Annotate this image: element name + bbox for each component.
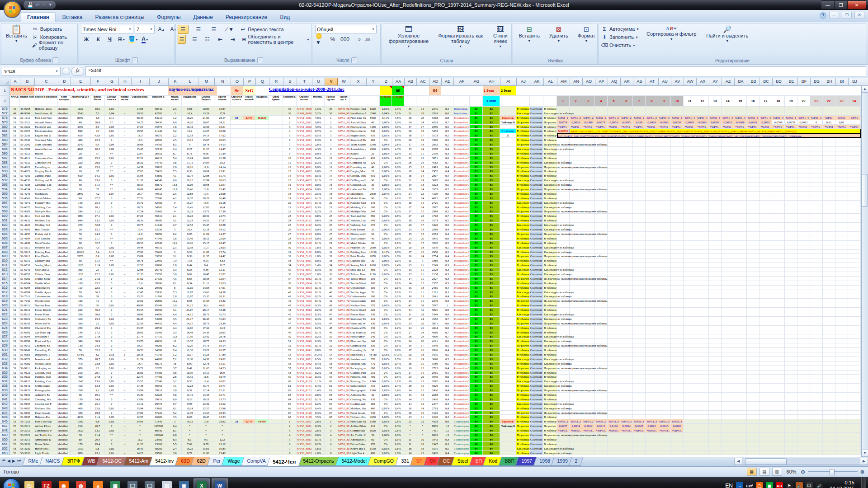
cell[interactable] xyxy=(785,138,797,142)
cell[interactable]: 83 xyxy=(483,205,500,210)
cell[interactable] xyxy=(760,214,772,218)
cell[interactable]: 5 xyxy=(283,133,297,138)
cell[interactable]: 83 xyxy=(470,330,483,335)
cell[interactable] xyxy=(747,201,760,205)
cell[interactable] xyxy=(823,254,835,258)
cell[interactable] xyxy=(658,411,671,415)
cell[interactable]: 0% xyxy=(380,326,392,330)
cell[interactable]: Welding, Sol xyxy=(350,223,366,227)
cell[interactable]: 69780 xyxy=(149,308,168,312)
cell[interactable] xyxy=(557,196,570,201)
cell[interactable] xyxy=(255,156,269,160)
cell[interactable] xyxy=(810,388,823,393)
cell[interactable] xyxy=(823,388,835,393)
cell[interactable] xyxy=(785,366,797,371)
cell[interactable]: 36,3 xyxy=(90,290,105,295)
cell[interactable] xyxy=(709,151,722,156)
cell[interactable]: Electrical and xyxy=(34,125,58,129)
cell[interactable]: 83 xyxy=(470,343,483,348)
cell[interactable]: 170 xyxy=(71,442,90,446)
cell[interactable]: 2583 xyxy=(429,232,441,236)
cell[interactable]: 0,1% xyxy=(312,241,325,245)
cell[interactable] xyxy=(835,205,848,210)
cell[interactable]: 0,5 xyxy=(441,187,453,192)
cell[interactable] xyxy=(785,245,797,250)
cell[interactable]: В таблице 8 xyxy=(516,303,530,308)
table-row[interactable]: 5875151-4011Computer-Condetailed42025,20… xyxy=(0,156,868,160)
cell[interactable] xyxy=(570,384,582,388)
cell[interactable]: Extruding an xyxy=(350,165,366,169)
cell[interactable]: 17,61 xyxy=(214,286,231,290)
cell[interactable]: 12,94 xyxy=(214,277,231,281)
cell[interactable] xyxy=(848,339,861,343)
cell[interactable] xyxy=(709,375,722,379)
cell[interactable] xyxy=(760,419,772,424)
cell[interactable]: detailed xyxy=(58,290,71,295)
cell[interactable]: 0,6% xyxy=(392,218,404,223)
table-row[interactable]: 6325151-9071Jewelers anddetailed57018,70… xyxy=(0,357,868,361)
cell[interactable] xyxy=(772,366,785,371)
cell[interactable] xyxy=(722,343,734,348)
cell[interactable] xyxy=(570,263,582,267)
cell[interactable]: 0,4% xyxy=(392,317,404,321)
cell[interactable] xyxy=(747,169,760,174)
cell[interactable]: 16 xyxy=(416,446,429,451)
cell[interactable]: 19,8 xyxy=(90,411,105,415)
cell[interactable] xyxy=(709,442,722,446)
cell[interactable]: – xyxy=(118,245,131,250)
cell[interactable] xyxy=(848,227,861,232)
row-number[interactable]: 2 xyxy=(0,96,10,107)
cell[interactable] xyxy=(671,375,684,379)
cell[interactable]: 43 xyxy=(325,303,337,308)
cell[interactable] xyxy=(620,308,633,312)
cell[interactable]: 83 xyxy=(483,263,500,267)
header-cell[interactable]: Офис Админ xyxy=(269,96,283,107)
cell[interactable]: 1,4% xyxy=(243,116,255,120)
cell[interactable] xyxy=(848,165,861,169)
cell[interactable] xyxy=(835,209,848,214)
table-row[interactable]: 6085151-5112Printing Presdetailed101205,… xyxy=(0,250,868,254)
cell[interactable] xyxy=(595,330,608,335)
cell[interactable] xyxy=(797,375,810,379)
cell[interactable]: 82 xyxy=(483,111,500,116)
cell[interactable] xyxy=(684,312,696,317)
cell[interactable] xyxy=(709,451,722,455)
cell[interactable]: detailed xyxy=(58,303,71,308)
cell[interactable]: В таблице xyxy=(543,169,557,174)
cell[interactable] xyxy=(785,312,797,317)
cell[interactable] xyxy=(633,388,646,393)
cell[interactable]: *SrP53_ xyxy=(570,428,582,433)
cell[interactable]: 0,01% xyxy=(380,303,392,308)
cell[interactable] xyxy=(684,402,696,406)
cell[interactable] xyxy=(835,361,848,366)
cell[interactable]: Production C xyxy=(453,160,470,165)
cell[interactable]: 28 xyxy=(404,334,416,339)
cell[interactable]: detailed xyxy=(58,361,71,366)
cell[interactable] xyxy=(747,371,760,375)
cell[interactable] xyxy=(823,138,835,142)
cell[interactable]: 83 xyxy=(483,393,500,397)
cell[interactable] xyxy=(658,187,671,192)
cell[interactable]: 16 xyxy=(416,218,429,223)
cell[interactable]: 25930 xyxy=(149,290,168,295)
cell[interactable]: 14,22 xyxy=(198,218,214,223)
cell[interactable] xyxy=(823,174,835,178)
cell[interactable]: *SrP51_ xyxy=(633,125,646,129)
cell[interactable]: 13 xyxy=(416,379,429,384)
cell[interactable] xyxy=(255,111,269,116)
cell[interactable] xyxy=(848,451,861,455)
cell[interactable]: 9,02 xyxy=(182,272,198,277)
cell[interactable]: 0,00% xyxy=(380,169,392,174)
cell[interactable]: 29,4 xyxy=(90,326,105,330)
cell[interactable] xyxy=(722,232,734,236)
cell[interactable] xyxy=(835,107,848,111)
cell[interactable]: Соотнош xyxy=(530,446,543,451)
cell[interactable]: – xyxy=(118,290,131,295)
cell[interactable] xyxy=(671,258,684,263)
cell[interactable]: 6 xyxy=(168,286,182,290)
cell[interactable]: В таблице 8 xyxy=(516,116,530,120)
cell[interactable]: 0,3% xyxy=(312,205,325,210)
cell[interactable]: 46 xyxy=(325,317,337,321)
cell[interactable]: 3189 xyxy=(429,361,441,366)
cell[interactable]: 29,4 xyxy=(90,437,105,442)
